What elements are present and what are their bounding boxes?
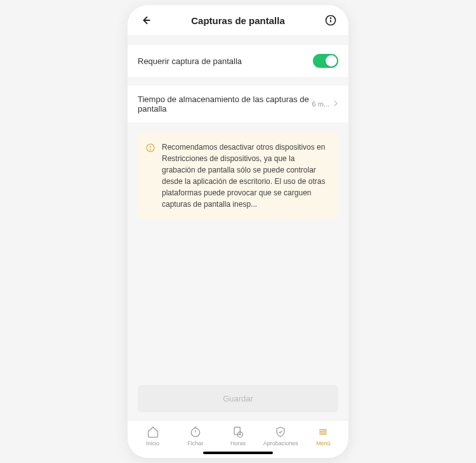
storage-time-row[interactable]: Tiempo de almacenamiento de las capturas… xyxy=(128,86,348,122)
svg-point-3 xyxy=(330,18,331,18)
svg-rect-10 xyxy=(234,427,240,435)
tab-clock[interactable]: Fichar xyxy=(174,426,216,447)
tab-approvals-label: Aprobaciones xyxy=(263,440,298,447)
stopwatch-icon xyxy=(189,426,202,438)
warning-text: Recomendamos desactivar otros dispositiv… xyxy=(162,141,329,210)
svg-point-6 xyxy=(150,150,151,150)
tab-clock-label: Fichar xyxy=(187,440,203,447)
page-title: Capturas de pantalla xyxy=(191,15,285,26)
require-screenshot-row: Requerir captura de pantalla xyxy=(128,45,348,77)
content-area: Requerir captura de pantalla Tiempo de a… xyxy=(128,36,348,420)
tab-home-label: Inicio xyxy=(146,440,159,447)
info-button[interactable] xyxy=(323,13,338,28)
warning-notice: Recomendamos desactivar otros dispositiv… xyxy=(138,133,338,219)
storage-time-label: Tiempo de almacenamiento de las capturas… xyxy=(138,95,312,114)
save-button[interactable]: Guardar xyxy=(138,385,338,412)
menu-icon xyxy=(317,426,329,438)
svg-point-7 xyxy=(191,428,199,436)
warning-icon xyxy=(145,143,155,153)
header: Capturas de pantalla xyxy=(128,5,348,36)
home-indicator xyxy=(203,452,273,454)
tab-hours[interactable]: Horas xyxy=(216,426,259,447)
tab-menu[interactable]: Menú xyxy=(302,426,345,447)
require-screenshot-toggle[interactable] xyxy=(313,54,338,68)
tab-approvals[interactable]: Aprobaciones xyxy=(260,426,302,447)
info-icon xyxy=(324,14,337,27)
tab-hours-label: Horas xyxy=(230,440,246,447)
document-clock-icon xyxy=(232,426,244,438)
shield-check-icon xyxy=(274,426,287,438)
chevron-right-icon xyxy=(333,98,338,110)
svg-line-13 xyxy=(240,434,241,435)
tab-home[interactable]: Inicio xyxy=(131,426,174,447)
app-screen: Capturas de pantalla Requerir captura de… xyxy=(128,5,348,458)
back-button[interactable] xyxy=(138,13,153,28)
tab-menu-label: Menú xyxy=(316,440,331,447)
back-arrow-icon xyxy=(139,14,152,27)
require-screenshot-label: Requerir captura de pantalla xyxy=(138,56,313,66)
storage-time-value: 6 m... xyxy=(312,100,329,108)
home-icon xyxy=(147,426,159,438)
